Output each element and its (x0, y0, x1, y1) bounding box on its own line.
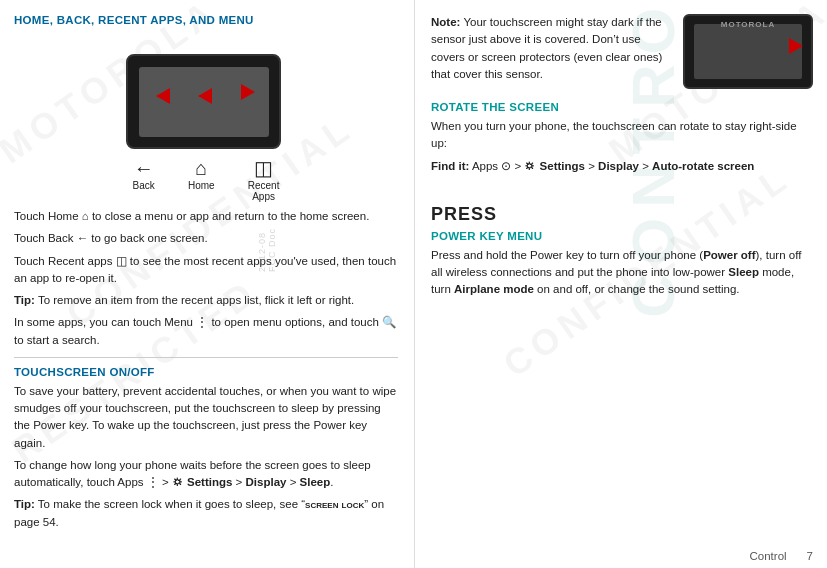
find-it-rotate: Find it: Apps ⊙ > ⛭ Settings > Display >… (431, 158, 813, 175)
para-touchscreen-2: To change how long your phone waits befo… (14, 457, 398, 492)
red-arrow-recent (241, 84, 255, 100)
note-content: Your touchscreen might stay dark if the … (431, 16, 662, 80)
back-icon: ← (134, 158, 154, 178)
para-home: Touch Home ⌂ to close a menu or app and … (14, 208, 398, 225)
back-label: Back (133, 180, 155, 191)
page-container: MOTOROLA CONFIDENTIAL RESTRICTED MOTOROL… (0, 0, 827, 568)
phone-image (126, 54, 286, 154)
moto-screen (694, 24, 802, 79)
section-heading-power-key: POWER KEY MENU (431, 230, 813, 242)
para-touchscreen-1: To save your battery, prevent accidental… (14, 383, 398, 452)
section-press: PRESS POWER KEY MENU Press and hold the … (431, 204, 813, 299)
home-icon-group: ⌂ Home (188, 158, 215, 191)
section-home-back: HOME, BACK, RECENT APPS, AND MENU ← (14, 14, 398, 349)
recent-apps-icon-group: ◫ RecentApps (248, 158, 280, 202)
note-label: Note: (431, 16, 460, 28)
find-it-label: Find it: (431, 160, 469, 172)
tip-remove-item: Tip: To remove an item from the recent a… (14, 292, 398, 309)
para-recent: Touch Recent apps ◫ to see the most rece… (14, 253, 398, 288)
page-number: 7 (807, 550, 813, 562)
home-label: Home (188, 180, 215, 191)
page-footer: Control 7 (415, 544, 827, 568)
back-icon-group: ← Back (133, 158, 155, 191)
para-rotate: When you turn your phone, the touchscree… (431, 118, 813, 153)
press-heading: PRESS (431, 204, 813, 225)
recent-apps-icon: ◫ (254, 158, 273, 178)
para-menu: In some apps, you can touch Menu ⋮ to op… (14, 314, 398, 349)
section-divider-1 (14, 357, 398, 358)
nav-icons-row: ← Back ⌂ Home ◫ RecentApps (116, 158, 296, 202)
recent-apps-label: RecentApps (248, 180, 280, 202)
motorola-logo: MOTOROLA (721, 20, 776, 29)
right-column: MOTOROLA Note: Your touchscreen might st… (415, 0, 827, 568)
screen-lock-ref: screen lock (305, 498, 364, 510)
para-power-key: Press and hold the Power key to turn off… (431, 247, 813, 299)
phone-body (126, 54, 281, 149)
red-arrow-sensor (789, 38, 803, 54)
moto-phone-body: MOTOROLA (683, 14, 813, 89)
red-arrow-back (156, 88, 170, 104)
tip-label-2: Tip: (14, 498, 35, 510)
section-rotate: ROTATE THE SCREEN When you turn your pho… (431, 101, 813, 175)
red-arrow-home (198, 88, 212, 104)
section-heading-touchscreen: TOUCHSCREEN ON/OFF (14, 366, 398, 378)
left-column: HOME, BACK, RECENT APPS, AND MENU ← (0, 0, 415, 568)
control-label: Control (750, 550, 787, 562)
section-touchscreen: TOUCHSCREEN ON/OFF To save your battery,… (14, 366, 398, 531)
tip-text-1: To remove an item from the recent apps l… (38, 294, 354, 306)
tip-label-1: Tip: (14, 294, 35, 306)
note-section: MOTOROLA Note: Your touchscreen might st… (431, 14, 813, 95)
motorola-phone-image: MOTOROLA (683, 14, 813, 89)
phone-diagram (14, 34, 398, 154)
section-heading-rotate: ROTATE THE SCREEN (431, 101, 813, 113)
section-heading-home-back: HOME, BACK, RECENT APPS, AND MENU (14, 14, 398, 26)
para-back: Touch Back ← to go back one screen. (14, 230, 398, 247)
home-icon: ⌂ (195, 158, 207, 178)
tip-screen-lock: Tip: To make the screen lock when it goe… (14, 496, 398, 531)
